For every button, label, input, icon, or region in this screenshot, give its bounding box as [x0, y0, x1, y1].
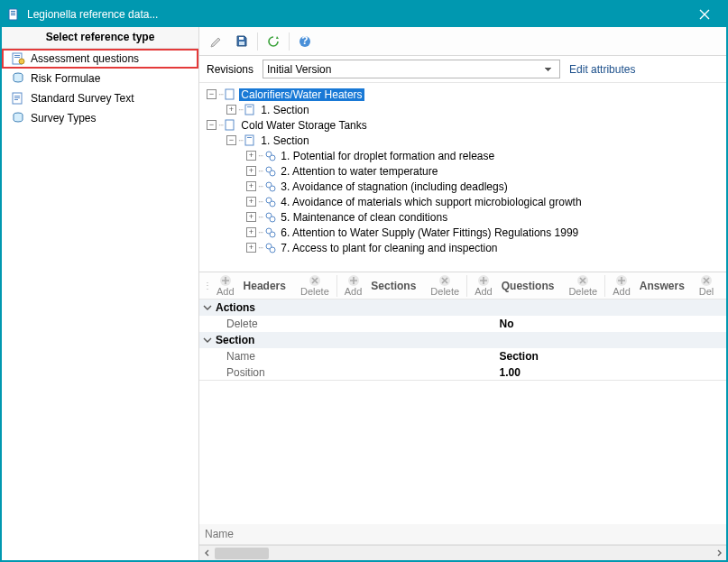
survey-text-icon — [11, 91, 25, 106]
expand-icon[interactable]: + — [226, 105, 236, 115]
question-icon — [264, 180, 277, 193]
toolbar-separator — [289, 32, 290, 51]
property-row[interactable]: DeleteNo — [199, 316, 726, 332]
scroll-left-icon[interactable] — [199, 546, 215, 561]
svg-rect-5 — [14, 55, 20, 56]
sections-add-button[interactable]: Add — [339, 274, 368, 297]
sidebar-item-assessment-questions[interactable]: Assessment questions — [2, 49, 198, 69]
toolbar-separator — [257, 32, 258, 51]
separator — [466, 275, 467, 297]
sidebar-item-label: Standard Survey Text — [31, 92, 134, 105]
svg-rect-22 — [245, 135, 253, 145]
svg-point-37 — [270, 247, 275, 253]
revisions-bar: Revisions Initial Version Edit attribute… — [199, 56, 726, 83]
tree-node[interactable]: 3. Avoidance of stagnation (including de… — [279, 180, 509, 193]
svg-point-27 — [270, 170, 275, 176]
formula-icon — [11, 71, 25, 86]
answers-title: Answers — [636, 280, 694, 292]
sidebar-item-risk-formulae[interactable]: Risk Formulae — [2, 69, 198, 88]
edit-button[interactable] — [205, 31, 228, 52]
question-icon — [264, 226, 277, 239]
save-button[interactable] — [230, 31, 253, 52]
help-button[interactable]: ? — [293, 31, 317, 52]
svg-point-29 — [270, 186, 275, 191]
section-icon — [244, 134, 257, 147]
scroll-thumb[interactable] — [215, 548, 269, 559]
sections-delete-button[interactable]: Delete — [425, 274, 465, 297]
app-window: Legionella reference data... Select refe… — [0, 0, 728, 562]
titlebar: Legionella reference data... — [2, 2, 726, 27]
answers-add-button[interactable]: Add — [607, 274, 636, 297]
svg-rect-14 — [239, 37, 244, 40]
property-row[interactable]: NameSection — [199, 348, 726, 364]
questions-add-button[interactable]: Add — [469, 274, 498, 297]
sidebar-item-label: Risk Formulae — [31, 72, 100, 85]
tree-node[interactable]: 2. Attention to water temperature — [279, 165, 439, 178]
questions-icon — [11, 51, 25, 66]
tree-node[interactable]: 5. Maintenance of clean conditions — [279, 211, 449, 224]
tree-node[interactable]: 6. Attention to Water Supply (Water Fitt… — [279, 226, 580, 239]
bottom-grid: Name — [199, 381, 726, 560]
expand-icon[interactable]: + — [246, 227, 256, 237]
tree-node[interactable]: 7. Access to plant for cleaning and insp… — [279, 242, 499, 254]
sidebar: Select reference type Assessment questio… — [2, 27, 199, 560]
svg-text:?: ? — [301, 34, 308, 47]
horizontal-scrollbar[interactable] — [199, 545, 726, 560]
grid-column-header[interactable]: Name — [199, 524, 726, 545]
svg-point-33 — [270, 217, 275, 222]
folder-icon — [225, 119, 237, 132]
svg-rect-21 — [226, 120, 234, 130]
chevron-down-icon — [203, 303, 212, 312]
tree-node[interactable]: Calorifiers/Water Heaters — [239, 88, 364, 101]
questions-title: Questions — [498, 280, 564, 292]
sections-title: Sections — [367, 280, 425, 292]
sidebar-item-standard-survey-text[interactable]: Standard Survey Text — [2, 88, 198, 108]
questions-delete-button[interactable]: Delete — [563, 274, 603, 297]
question-icon — [264, 242, 277, 254]
question-icon — [264, 211, 277, 224]
sidebar-item-label: Assessment questions — [31, 52, 139, 65]
collapse-icon[interactable]: − — [207, 89, 217, 99]
answers-delete-button[interactable]: Del — [694, 274, 720, 297]
command-strip: ⋮ Add Headers Delete Add Sections Delete… — [199, 272, 726, 299]
property-group-section[interactable]: Section — [199, 332, 726, 348]
svg-rect-19 — [245, 105, 253, 115]
expand-icon[interactable]: + — [246, 197, 256, 207]
expand-icon[interactable]: + — [246, 212, 256, 222]
window-title: Legionella reference data... — [27, 8, 687, 21]
svg-rect-1 — [11, 11, 15, 12]
tree-node[interactable]: 1. Potential for droplet formation and r… — [279, 150, 496, 162]
refresh-button[interactable] — [262, 31, 285, 52]
edit-attributes-link[interactable]: Edit attributes — [569, 63, 635, 76]
expand-icon[interactable]: + — [246, 151, 256, 161]
expand-icon[interactable]: + — [246, 166, 256, 176]
property-group-actions[interactable]: Actions — [199, 299, 726, 316]
sidebar-item-survey-types[interactable]: Survey Types — [2, 108, 198, 128]
expand-icon[interactable]: + — [246, 243, 256, 253]
tree-view[interactable]: −···Calorifiers/Water Heaters +···1. Sec… — [199, 83, 726, 272]
svg-point-25 — [270, 155, 275, 161]
tree-node[interactable]: 1. Section — [259, 134, 310, 147]
collapse-icon[interactable]: − — [226, 135, 236, 145]
headers-add-button[interactable]: Add — [211, 274, 240, 297]
property-row[interactable]: Position1.00 — [199, 364, 726, 381]
scroll-track[interactable] — [215, 546, 711, 561]
tree-node[interactable]: Cold Water Storage Tanks — [239, 119, 368, 132]
collapse-icon[interactable]: − — [207, 120, 217, 130]
headers-delete-button[interactable]: Delete — [295, 274, 335, 297]
svg-rect-2 — [11, 13, 15, 14]
separator — [336, 275, 337, 297]
property-grid: Actions DeleteNo Section NameSection Pos… — [199, 299, 726, 381]
scroll-right-icon[interactable] — [711, 546, 726, 561]
question-icon — [264, 150, 277, 162]
svg-point-35 — [270, 232, 275, 237]
tree-node[interactable]: 4. Avoidance of materials which support … — [279, 196, 583, 208]
svg-rect-23 — [247, 137, 252, 138]
revisions-label: Revisions — [207, 63, 253, 76]
revisions-select[interactable]: Initial Version — [263, 60, 560, 78]
close-button[interactable] — [687, 3, 723, 26]
grid-body[interactable] — [199, 381, 726, 524]
tree-node[interactable]: 1. Section — [259, 104, 310, 116]
expand-icon[interactable]: + — [246, 181, 256, 191]
sidebar-header: Select reference type — [2, 27, 198, 49]
